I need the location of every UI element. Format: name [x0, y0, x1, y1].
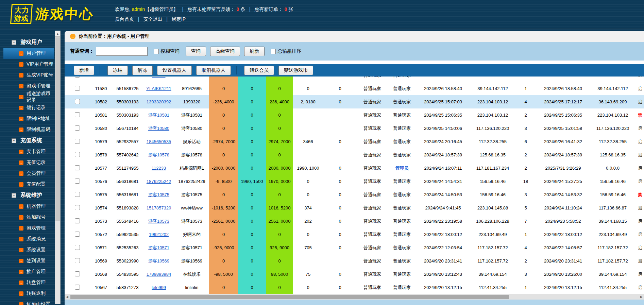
row-checkbox[interactable]	[75, 258, 80, 263]
nav-link-logout[interactable]: 安全退出	[143, 16, 162, 22]
sidebar-item-用户管理[interactable]: →用户管理	[3, 48, 54, 59]
sidebar-item-系统消息[interactable]: →系统消息	[0, 234, 54, 244]
toolbar-button-解冻[interactable]: 解冻	[132, 66, 153, 75]
row-checkbox[interactable]	[75, 271, 80, 276]
cell-type2: 普通玩家	[388, 258, 416, 264]
row-checkbox[interactable]	[75, 179, 80, 184]
collapse-minus-icon[interactable]: -	[12, 138, 16, 143]
row-checkbox[interactable]	[75, 205, 80, 210]
row-checkbox[interactable]	[75, 139, 80, 144]
row-checkbox[interactable]	[75, 218, 80, 223]
username-link[interactable]: 游客10571	[148, 245, 169, 250]
sidebar-scrollbar[interactable]: ▲	[55, 31, 61, 304]
fuzzy-checkbox[interactable]	[154, 49, 159, 54]
table-row[interactable]: 10573555348416游客10573游客10573-2561, 00000…	[65, 215, 644, 228]
username-link[interactable]: 游客10569	[148, 258, 169, 264]
sidebar-item-红包雨设置[interactable]: →红包雨设置	[0, 299, 54, 305]
username-link[interactable]: 游客10578	[148, 152, 169, 157]
row-checkbox[interactable]	[75, 112, 80, 117]
username-link[interactable]: YLAIKK1211	[146, 86, 171, 91]
advanced-query-button[interactable]: 高级查询	[210, 47, 240, 56]
username-link[interactable]: 1789893984	[147, 272, 171, 277]
sidebar-item-游戏币管理[interactable]: →游戏币管理	[0, 81, 54, 91]
refresh-button[interactable]: 刷新	[244, 47, 265, 56]
nav-link-home[interactable]: 后台首页	[115, 16, 134, 22]
table-row[interactable]: 11580551586725YLAIKK12118916268500000普通玩…	[65, 82, 644, 95]
sidebar-item-充值配置[interactable]: →充值配置	[0, 179, 54, 190]
username-link[interactable]: 1393320392	[147, 99, 171, 104]
sidebar-item-会员管理[interactable]: →会员管理	[0, 168, 54, 179]
table-row[interactable]: 105685548305951789893984在线娱乐-98, 5000098…	[65, 268, 644, 281]
scroll-up-icon[interactable]: ▲	[55, 31, 60, 37]
username-link[interactable]: 游客10575	[148, 192, 169, 197]
row-checkbox[interactable]	[75, 152, 80, 157]
horizontal-scrollbar[interactable]: ◀ ▶	[65, 294, 644, 300]
row-checkbox[interactable]	[75, 232, 80, 237]
username-link[interactable]: 游客10580	[148, 126, 169, 131]
sidebar-item-实卡管理[interactable]: →实卡管理	[0, 146, 54, 157]
scroll-right-icon[interactable]: ▶	[640, 294, 643, 300]
username-link[interactable]: 1845650535	[147, 139, 171, 144]
table-row[interactable]: 10577551274955112233精品源码网1-2000, 0000020…	[65, 162, 644, 175]
sidebar-item-限制机器码[interactable]: →限制机器码	[0, 124, 54, 135]
username-link[interactable]: 112233	[152, 166, 166, 171]
horizontal-scrollbar-thumb[interactable]	[70, 295, 509, 299]
username-link[interactable]: 1876225242	[147, 179, 171, 184]
toolbar-button-取消机器人[interactable]: 取消机器人	[196, 66, 231, 75]
sidebar-item-赠送游戏币记录[interactable]: →赠送游戏币记录	[0, 91, 54, 102]
table-row[interactable]: 1058255030319313933203921393320-236, 400…	[65, 95, 644, 108]
table-row[interactable]: 10571552535263游客10571游客10571-925, 900009…	[65, 241, 644, 254]
row-checkbox[interactable]	[75, 99, 80, 104]
row-checkbox[interactable]	[75, 86, 80, 91]
toolbar-button-设置机器人[interactable]: 设置机器人	[157, 66, 192, 75]
username-link[interactable]: ·········	[152, 77, 166, 78]
sidebar-item-系统设置[interactable]: →系统设置	[0, 244, 54, 255]
username-link[interactable]: 游客10573	[148, 219, 169, 224]
sidebar-item-限制IP地址[interactable]: →限制IP地址	[0, 113, 54, 124]
username-link[interactable]: lele999	[152, 285, 166, 290]
sidebar-item-推广管理[interactable]: →推广管理	[0, 266, 54, 277]
table-row[interactable]: 105795529325571845650535娱乐活动-2974, 70000…	[65, 135, 644, 148]
sidebar-item-VIP用户管理[interactable]: →VIP用户管理	[0, 59, 54, 70]
row-checkbox[interactable]	[75, 125, 80, 131]
table-row[interactable]: 10567558371273lele999linlinlin00000普通玩家普…	[65, 281, 644, 294]
scroll-left-icon[interactable]: ◀	[66, 294, 68, 300]
sidebar-item-银行记录[interactable]: →银行记录	[0, 102, 54, 113]
table-row[interactable]: 10581550303193游客10581游客10581000普通玩家普通玩家2…	[65, 108, 644, 122]
sort-checkbox[interactable]	[271, 49, 276, 54]
toolbar-button-赠送游戏币[interactable]: 赠送游戏币	[278, 66, 313, 75]
toolbar-button-新增[interactable]: 新增	[74, 66, 94, 75]
username-link[interactable]: 游客10581	[148, 113, 169, 118]
row-checkbox[interactable]	[75, 77, 80, 78]
row-checkbox[interactable]	[75, 245, 80, 250]
query-button[interactable]: 查询	[186, 47, 206, 56]
sidebar-item-转账返利[interactable]: →转账返利	[0, 288, 54, 299]
username-link[interactable]: 1517857320	[147, 205, 171, 210]
table-row[interactable]: 10578557402642游客10578游客10578000普通玩家普通玩家2…	[65, 148, 644, 162]
sidebar-item-添加靓号[interactable]: →添加靓号	[0, 212, 54, 223]
toolbar-button-冻结[interactable]: 冻结	[107, 66, 128, 75]
collapse-minus-icon[interactable]: -	[12, 40, 16, 45]
toolbar-button-赠送会员[interactable]: 赠送会员	[244, 66, 274, 75]
table-row[interactable]: ······································普通…	[65, 77, 644, 82]
sidebar-scrollbar-thumb[interactable]	[55, 37, 60, 221]
table-row[interactable]: 105745518938281517857320ww神话ww-1016, 520…	[65, 201, 644, 215]
sidebar-item-签到设置[interactable]: →签到设置	[0, 255, 54, 266]
nav-link-bind-ip[interactable]: 绑定IP	[172, 16, 186, 22]
row-checkbox[interactable]	[75, 285, 80, 290]
search-input[interactable]	[96, 47, 148, 56]
row-checkbox[interactable]	[75, 165, 80, 170]
row-checkbox[interactable]	[75, 192, 80, 197]
table-row[interactable]: 10575556318681游客10575游客1057500000普通玩家普通玩…	[65, 188, 644, 201]
username-link[interactable]: 19921202	[149, 232, 169, 237]
table-row[interactable]: 10576556318681187622524218762252429-9, 8…	[65, 175, 644, 188]
collapse-minus-icon[interactable]: -	[12, 193, 16, 198]
sidebar-item-充值记录[interactable]: →充值记录	[0, 157, 54, 168]
table-row[interactable]: 10569553023990游客10569游客10569000普通玩家普通玩家2…	[65, 254, 644, 268]
sidebar-item-转盘管理[interactable]: →转盘管理	[0, 277, 54, 288]
sidebar-item-游戏管理[interactable]: →游戏管理	[0, 223, 54, 234]
sidebar-item-机器管理[interactable]: →机器管理	[0, 201, 54, 212]
table-row[interactable]: 10580556710184游客10580游客10580000普通玩家普通玩家2…	[65, 122, 644, 135]
table-row[interactable]: 1057255992053519921202好啊米的00000普通玩家普通玩家2…	[65, 228, 644, 241]
sidebar-item-生成VIP账号[interactable]: →生成VIP账号	[0, 70, 54, 81]
